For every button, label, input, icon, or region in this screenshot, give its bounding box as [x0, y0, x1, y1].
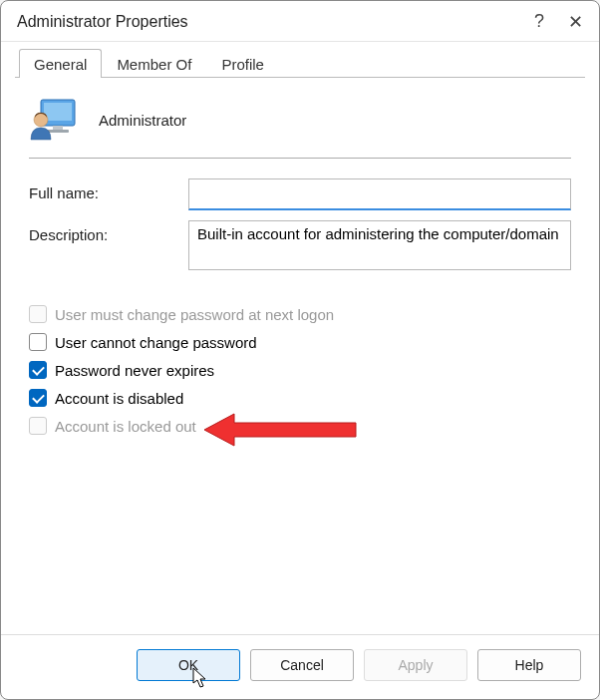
titlebar: Administrator Properties ? ✕: [1, 1, 599, 42]
full-name-input[interactable]: [188, 178, 571, 210]
checkbox-never-expires[interactable]: [29, 361, 47, 379]
svg-rect-3: [47, 130, 69, 133]
checkbox-group: User must change password at next logon …: [29, 305, 571, 435]
label-description: Description:: [29, 220, 188, 243]
tab-content-general: Administrator Full name: Description: Us…: [15, 78, 585, 634]
label-full-name: Full name:: [29, 178, 188, 201]
ok-button[interactable]: OK: [137, 649, 240, 681]
titlebar-controls: ? ✕: [534, 11, 583, 33]
cancel-button[interactable]: Cancel: [250, 649, 354, 681]
checkbox-row-locked-out: Account is locked out: [29, 417, 571, 435]
tab-general[interactable]: General: [19, 49, 102, 78]
checkbox-label-account-disabled: Account is disabled: [55, 390, 183, 407]
checkbox-row-change-password: User must change password at next logon: [29, 305, 571, 323]
apply-button: Apply: [364, 649, 467, 681]
checkbox-label-locked-out: Account is locked out: [55, 418, 196, 435]
user-monitor-icon: [29, 96, 77, 144]
help-icon[interactable]: ?: [534, 11, 544, 33]
description-input[interactable]: [188, 220, 571, 270]
checkbox-label-cannot-change: User cannot change password: [55, 334, 257, 351]
main-content: General Member Of Profile: [1, 42, 599, 634]
checkbox-cannot-change[interactable]: [29, 333, 47, 351]
field-description: Description:: [29, 220, 571, 273]
checkbox-row-never-expires[interactable]: Password never expires: [29, 361, 571, 379]
checkbox-label-never-expires: Password never expires: [55, 362, 214, 379]
svg-rect-1: [44, 103, 72, 121]
account-name: Administrator: [99, 112, 186, 129]
checkbox-row-cannot-change[interactable]: User cannot change password: [29, 333, 571, 351]
account-header: Administrator: [29, 96, 571, 158]
window-title: Administrator Properties: [17, 13, 188, 31]
field-full-name: Full name:: [29, 178, 571, 210]
checkbox-label-change-password: User must change password at next logon: [55, 306, 334, 323]
checkbox-change-password: [29, 305, 47, 323]
tab-profile[interactable]: Profile: [206, 49, 279, 78]
button-bar: OK Cancel Apply Help: [1, 634, 599, 699]
tab-bar: General Member Of Profile: [15, 48, 585, 78]
close-icon[interactable]: ✕: [568, 11, 583, 33]
separator: [29, 158, 571, 159]
tab-member-of[interactable]: Member Of: [102, 49, 206, 78]
checkbox-row-disabled[interactable]: Account is disabled: [29, 389, 571, 407]
properties-dialog: Administrator Properties ? ✕ General Mem…: [0, 0, 600, 700]
svg-rect-2: [53, 126, 63, 130]
help-button[interactable]: Help: [477, 649, 581, 681]
checkbox-account-disabled[interactable]: [29, 389, 47, 407]
checkbox-locked-out: [29, 417, 47, 435]
